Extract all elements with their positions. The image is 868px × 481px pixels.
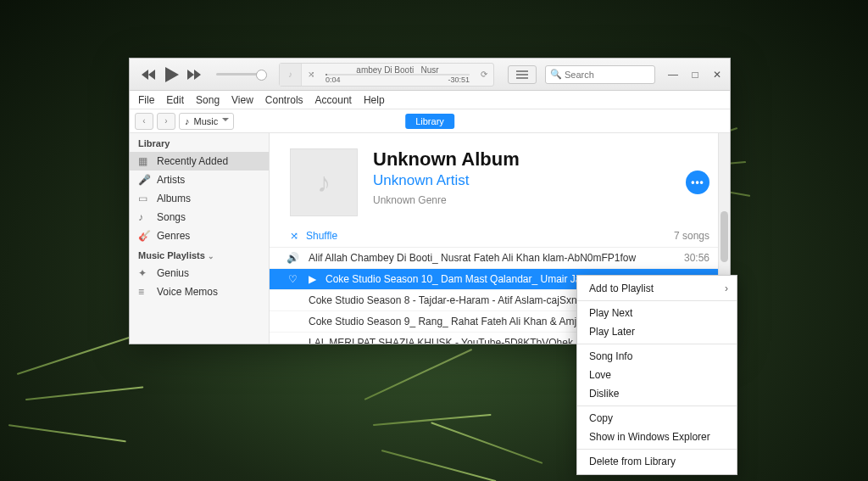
ctx-play-next[interactable]: Play Next [577, 304, 737, 322]
ctx-love[interactable]: Love [577, 366, 737, 384]
track-title: Coke Studio Season 8 - Tajdar-e-Haram - … [309, 294, 577, 306]
sidebar-item-recently-added[interactable]: ▦Recently Added [130, 152, 269, 171]
waveform-icon: ≡ [138, 286, 150, 298]
menu-song[interactable]: Song [196, 94, 220, 106]
menu-file[interactable]: File [138, 94, 154, 106]
heart-icon[interactable]: ♡ [285, 273, 300, 285]
track-title: Coke Studio Season 10_ Dam Mast Qalandar… [326, 273, 602, 285]
album-artist[interactable]: Unknown Artist [373, 172, 520, 189]
track-title: Coke Studio Season 9_ Rang_ Rahat Fateh … [309, 316, 582, 327]
clock-grid-icon: ▦ [138, 155, 150, 167]
context-menu: Add to Playlist Play Next Play Later Son… [576, 275, 737, 475]
ctx-delete[interactable]: Delete from Library [577, 452, 737, 471]
music-note-icon: ♪ [185, 116, 190, 126]
titlebar: ♪ ⤨ ambey Di Booti_ Nusr 0:04 -30:51 ⟳ 🔍… [130, 59, 730, 91]
volume-slider[interactable] [216, 73, 262, 76]
album-header: ♪ Unknown Album Unknown Artist Unknown G… [270, 133, 730, 225]
ctx-copy[interactable]: Copy [577, 409, 737, 428]
genius-icon: ✦ [138, 267, 150, 279]
microphone-icon: 🎤 [138, 174, 150, 186]
sidebar: Library ▦Recently Added 🎤Artists ▭Albums… [130, 133, 270, 344]
back-button[interactable]: ‹ [135, 113, 153, 130]
repeat-icon[interactable]: ⟳ [475, 70, 493, 79]
library-tab[interactable]: Library [405, 114, 454, 129]
playback-controls [135, 67, 269, 82]
sidebar-item-artists[interactable]: 🎤Artists [130, 171, 269, 189]
album-genre: Unknown Genre [373, 194, 520, 206]
play-button[interactable] [165, 67, 179, 82]
minimize-button[interactable]: — [665, 69, 681, 81]
ctx-show-explorer[interactable]: Show in Windows Explorer [577, 428, 737, 446]
sidebar-section-library: Library [130, 133, 269, 152]
play-icon: ▶ [309, 273, 317, 285]
shuffle-row: ⤨ Shuffle 7 songs [270, 225, 730, 248]
ctx-dislike[interactable]: Dislike [577, 384, 737, 403]
album-artwork[interactable]: ♪ [290, 148, 358, 216]
music-note-icon: ♪ [138, 211, 150, 223]
search-field[interactable]: 🔍 [545, 65, 655, 84]
list-view-button[interactable] [508, 65, 537, 84]
sidebar-item-genius[interactable]: ✦Genius [130, 264, 269, 282]
previous-track-button[interactable] [142, 70, 157, 80]
maximize-button[interactable]: □ [687, 69, 703, 81]
track-title: LAL MERI PAT SHAZIA KHUSK - YouTube-5D8K… [309, 337, 573, 344]
close-button[interactable]: ✕ [709, 69, 725, 81]
sidebar-item-albums[interactable]: ▭Albums [130, 189, 269, 208]
now-playing-art-icon: ♪ [280, 64, 302, 86]
speaker-icon: 🔊 [285, 252, 300, 264]
shuffle-label[interactable]: Shuffle [306, 230, 337, 242]
shuffle-icon[interactable]: ⤨ [290, 230, 298, 242]
track-duration: 30:56 [684, 252, 709, 264]
guitar-icon: 🎸 [138, 230, 150, 242]
scrollbar-thumb[interactable] [721, 211, 728, 262]
ctx-play-later[interactable]: Play Later [577, 322, 737, 341]
window-controls: — □ ✕ [665, 69, 725, 81]
more-options-button[interactable]: ••• [686, 171, 709, 194]
sidebar-item-voice-memos[interactable]: ≡Voice Memos [130, 282, 269, 301]
media-selector[interactable]: ♪ Music [179, 113, 234, 130]
menu-help[interactable]: Help [364, 94, 385, 106]
album-icon: ▭ [138, 193, 150, 204]
ctx-song-info[interactable]: Song Info [577, 347, 737, 366]
menu-controls[interactable]: Controls [265, 94, 303, 106]
remaining-time: -30:51 [448, 76, 470, 84]
sidebar-item-songs[interactable]: ♪Songs [130, 208, 269, 227]
media-selector-label: Music [194, 116, 219, 126]
shuffle-icon[interactable]: ⤨ [302, 70, 320, 79]
elapsed-time: 0:04 [326, 76, 341, 84]
menu-bar: File Edit Song View Controls Account Hel… [130, 91, 730, 109]
next-track-button[interactable] [187, 70, 203, 80]
track-row[interactable]: 🔊 Alif Allah Chambey Di Booti_ Nusrat Fa… [270, 248, 730, 269]
forward-button[interactable]: › [157, 113, 175, 130]
ctx-add-to-playlist[interactable]: Add to Playlist [577, 279, 737, 298]
song-count: 7 songs [674, 230, 709, 242]
sidebar-section-playlists[interactable]: Music Playlists ⌄ [130, 245, 269, 264]
menu-edit[interactable]: Edit [166, 94, 184, 106]
menu-account[interactable]: Account [315, 94, 352, 106]
sidebar-item-genres[interactable]: 🎸Genres [130, 227, 269, 245]
menu-view[interactable]: View [231, 94, 253, 106]
search-icon: 🔍 [550, 69, 562, 80]
album-title: Unknown Album [373, 148, 520, 171]
sub-toolbar: ‹ › ♪ Music Library [130, 109, 730, 133]
track-title: Alif Allah Chambey Di Booti_ Nusrat Fate… [309, 252, 636, 264]
now-playing-display[interactable]: ♪ ⤨ ambey Di Booti_ Nusr 0:04 -30:51 ⟳ [279, 63, 494, 87]
chevron-down-icon: ⌄ [208, 252, 214, 260]
